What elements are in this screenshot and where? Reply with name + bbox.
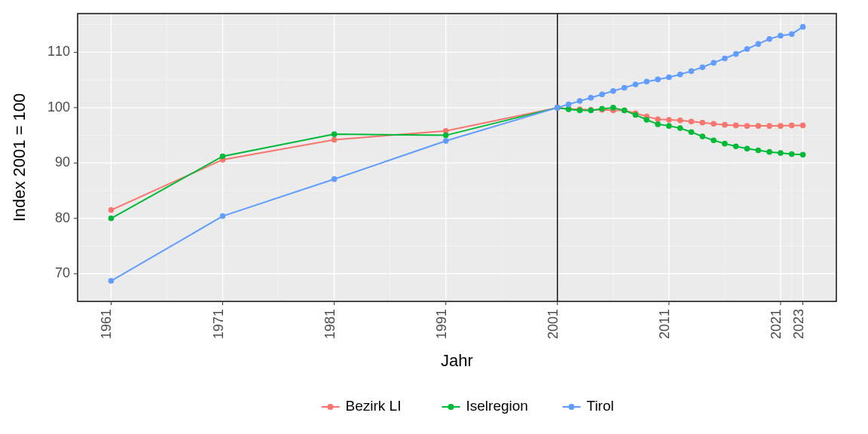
x-tick-label: 1971	[211, 309, 226, 339]
series-point	[677, 118, 682, 123]
series-point	[700, 134, 704, 139]
series-point	[577, 108, 582, 112]
series-point	[622, 108, 626, 112]
series-point	[711, 121, 716, 126]
series-point	[767, 37, 772, 41]
y-tick-label: 110	[47, 44, 70, 59]
series-point	[332, 132, 336, 136]
series-point	[800, 24, 805, 29]
series-point	[744, 146, 749, 151]
series-point	[700, 121, 704, 125]
series-point	[790, 151, 794, 156]
x-tick-label: 2023	[791, 309, 806, 339]
series-point	[577, 99, 582, 103]
series-point	[744, 47, 749, 51]
series-point	[611, 105, 616, 110]
y-tick-label: 90	[55, 154, 70, 170]
legend-key-point	[448, 405, 454, 410]
series-point	[778, 124, 783, 128]
chart-container: 7080901001101961197119811991200120112021…	[0, 0, 868, 434]
series-point	[734, 144, 738, 148]
series-point	[555, 105, 560, 110]
series-point	[622, 85, 626, 90]
series-point	[588, 108, 593, 112]
series-point	[767, 124, 772, 128]
series-point	[778, 33, 783, 38]
series-point	[800, 152, 805, 157]
series-point	[633, 112, 637, 117]
series-point	[566, 102, 570, 106]
series-point	[588, 95, 593, 99]
series-point	[711, 60, 716, 65]
series-point	[108, 279, 113, 283]
x-tick-label: 1961	[99, 309, 114, 339]
series-point	[689, 130, 693, 134]
series-point	[656, 122, 660, 127]
series-point	[744, 124, 749, 128]
series-point	[600, 92, 604, 96]
series-point	[443, 139, 448, 143]
series-point	[667, 118, 671, 122]
series-point	[723, 141, 727, 145]
series-point	[644, 118, 649, 122]
y-tick-label: 80	[55, 210, 70, 225]
x-axis-title: Jahr	[441, 351, 473, 370]
legend-label: Bezirk LI	[346, 398, 402, 414]
series-point	[644, 79, 649, 84]
series-point	[633, 82, 637, 87]
series-point	[767, 149, 772, 154]
series-point	[790, 32, 794, 36]
series-point	[220, 154, 225, 158]
legend-label: Iselregion	[466, 398, 528, 414]
legend-key-point	[569, 405, 574, 410]
series-point	[600, 106, 604, 111]
series-point	[723, 56, 727, 60]
x-tick-label: 2011	[657, 309, 672, 339]
series-point	[800, 123, 805, 127]
series-point	[756, 41, 760, 46]
series-point	[700, 65, 704, 69]
series-point	[778, 151, 783, 155]
series-point	[656, 77, 660, 81]
legend-key-point	[328, 405, 333, 410]
series-point	[667, 75, 671, 79]
y-tick-label: 100	[47, 99, 70, 115]
series-point	[443, 133, 448, 137]
y-tick-label: 70	[55, 265, 70, 280]
x-tick-label: 2021	[769, 309, 784, 339]
legend-label: Tirol	[587, 398, 614, 414]
series-point	[790, 123, 794, 127]
chart-svg: 7080901001101961197119811991200120112021…	[0, 0, 868, 434]
series-point	[689, 119, 693, 124]
series-point	[756, 124, 760, 128]
series-point	[611, 89, 616, 93]
series-point	[677, 72, 682, 77]
series-point	[734, 51, 738, 56]
series-point	[656, 117, 660, 121]
series-point	[332, 137, 336, 142]
series-point	[566, 107, 570, 112]
series-point	[667, 124, 671, 128]
series-point	[108, 208, 113, 212]
series-point	[220, 214, 225, 219]
x-tick-label: 1981	[322, 309, 338, 339]
series-point	[108, 216, 113, 221]
series-point	[756, 148, 760, 152]
series-point	[711, 138, 716, 142]
series-point	[332, 176, 336, 181]
y-axis-title: Index 2001 = 100	[10, 93, 29, 222]
series-point	[677, 126, 682, 130]
x-tick-label: 1991	[434, 309, 449, 339]
x-tick-label: 2001	[546, 309, 561, 339]
series-point	[689, 69, 693, 73]
series-point	[723, 122, 727, 127]
series-point	[734, 123, 738, 127]
